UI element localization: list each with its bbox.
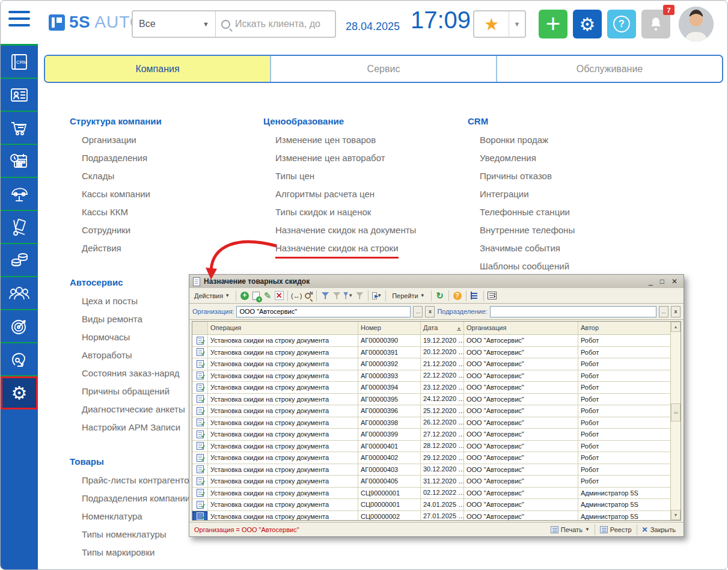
edit-button[interactable]: ✎ [263, 291, 272, 301]
set-interval-button[interactable]: (↔) [292, 291, 301, 301]
quick-add-button[interactable]: + [539, 10, 567, 38]
table-row[interactable]: Установка скидки на строку документаСЦ00… [192, 511, 670, 521]
column-header[interactable]: Организация [464, 322, 578, 334]
dept-clear-button[interactable]: x [671, 306, 681, 317]
sidebar-item-sales[interactable] [1, 112, 38, 145]
scroll-up-button[interactable]: ▲ [671, 322, 681, 332]
menu-item[interactable]: Воронки продаж [468, 133, 672, 151]
sidebar-item-clients[interactable] [1, 79, 38, 112]
favorites-dropdown[interactable]: ▼ [509, 11, 525, 37]
menu-item[interactable]: Внутренние телефоны [468, 223, 672, 241]
org-filter-input[interactable]: ООО "Автосервис" [236, 306, 411, 317]
print-button[interactable]: Печать▼ [548, 525, 593, 535]
user-avatar[interactable] [679, 7, 714, 41]
filter-menu-button[interactable]: ▼ [343, 291, 353, 301]
search-input[interactable]: Искать клиента, до [216, 11, 335, 37]
dept-lookup-button[interactable]: ... [659, 306, 668, 317]
column-header[interactable]: Операция [208, 322, 358, 334]
output-list-button[interactable]: ▼ [372, 291, 382, 301]
add-copy-button[interactable] [251, 291, 261, 301]
column-header[interactable]: Дата▲ [421, 322, 464, 334]
sidebar-item-marketing[interactable] [1, 310, 38, 343]
dept-filter-input[interactable] [490, 306, 656, 317]
org-lookup-button[interactable]: ... [413, 306, 423, 317]
menu-item[interactable]: Типы цен [263, 169, 468, 187]
menu-item[interactable]: Кассы ККМ [70, 205, 268, 223]
filter-clear-icon [356, 292, 364, 299]
menu-item[interactable]: Алгоритмы расчета цен [263, 187, 468, 205]
refresh-button[interactable]: ↻ [435, 291, 445, 301]
table-row[interactable]: Установка скидки на строку документаАГ00… [192, 347, 670, 359]
delete-button[interactable]: ✕ [274, 291, 284, 301]
scroll-down-button[interactable]: ▼ [671, 510, 681, 520]
menu-item[interactable]: Значимые события [468, 241, 672, 259]
window-close-button[interactable]: ✕ [671, 277, 678, 286]
sidebar-item-finance[interactable] [1, 244, 38, 277]
scrollbar-thumb[interactable] [671, 403, 681, 421]
window-minimize-button[interactable]: _ [649, 277, 653, 286]
table-row[interactable]: Установка скидки на строку документаАГ00… [192, 464, 670, 476]
menu-item[interactable]: Склады [70, 169, 268, 187]
table-cell: 27.01.2025 … [421, 511, 464, 521]
menu-item[interactable]: Уведомления [468, 151, 672, 169]
filter-button[interactable] [332, 291, 341, 301]
menu-item[interactable]: Подразделения [70, 151, 268, 169]
menu-item[interactable]: Организации [70, 133, 268, 151]
window-maximize-button[interactable]: □ [660, 277, 664, 286]
table-row[interactable]: Установка скидки на строку документаАГ00… [192, 335, 670, 347]
menu-item[interactable]: Телефонные станции [468, 205, 672, 223]
menu-item[interactable]: Изменение цен авторабот [263, 151, 468, 169]
sidebar-item-autoservice[interactable] [1, 178, 38, 211]
filter-clear-button[interactable] [355, 291, 364, 301]
table-row[interactable]: Установка скидки на строку документаАГ00… [192, 452, 670, 464]
menu-item[interactable]: Типы скидок и наценок [263, 205, 468, 223]
table-row[interactable]: Установка скидки на строку документаАГ00… [192, 394, 670, 406]
table-row[interactable]: Установка скидки на строку документаСЦ00… [192, 499, 670, 511]
sidebar-item-warehouse[interactable] [1, 211, 38, 244]
tree-view-button[interactable] [470, 291, 480, 301]
table-row[interactable]: Установка скидки на строку документаАГ00… [192, 441, 670, 453]
sidebar-item-settings-active[interactable]: ⚙ [1, 376, 38, 409]
find-by-number-button[interactable]: N [303, 291, 313, 301]
hamburger-menu-icon[interactable] [8, 11, 30, 29]
menu-item[interactable]: Изменение цен товаров [263, 133, 468, 151]
close-window-button[interactable]: ✕Закрыть [639, 524, 679, 535]
table-row[interactable]: Установка скидки на строку документаАГ00… [192, 429, 670, 441]
sidebar-item-support[interactable] [1, 343, 38, 376]
table-row[interactable]: Установка скидки на строку документаАГ00… [192, 417, 670, 429]
org-clear-button[interactable]: x [425, 306, 435, 317]
settings-button[interactable]: ⚙ [573, 10, 602, 38]
notifications-button[interactable]: 7 [641, 10, 670, 38]
add-button[interactable]: + [240, 291, 249, 301]
registry-button[interactable]: Реестр [597, 525, 635, 535]
menu-item[interactable]: Причины отказов [468, 169, 672, 187]
table-row[interactable]: Установка скидки на строку документаАГ00… [192, 370, 670, 382]
help-1c-button[interactable]: ? [453, 291, 462, 301]
menu-item[interactable]: Назначение скидок на строки [263, 241, 468, 259]
table-row[interactable]: Установка скидки на строку документаАГ00… [192, 476, 670, 488]
view-settings-button[interactable] [488, 291, 497, 301]
table-row[interactable]: Установка скидки на строку документаАГ00… [192, 358, 670, 370]
menu-item[interactable]: Назначение скидок на документы [263, 223, 468, 241]
column-header[interactable]: Номер [358, 322, 421, 334]
sidebar-item-team[interactable] [1, 277, 38, 310]
sidebar-item-schedule[interactable] [1, 145, 38, 178]
goto-menu-button[interactable]: Перейти▼ [390, 291, 427, 301]
column-header[interactable]: Автор [578, 322, 670, 334]
table-row[interactable]: Установка скидки на строку документаАГ00… [192, 382, 670, 394]
favorites-star-button[interactable]: ★ [474, 11, 509, 37]
filter-settings-button[interactable] [320, 291, 330, 301]
menu-item[interactable]: Интеграции [468, 187, 672, 205]
tab-service[interactable]: Сервис [271, 56, 497, 82]
menu-item[interactable]: Типы маркировки [70, 545, 268, 563]
search-scope-dropdown[interactable]: Все ▼ [133, 11, 216, 37]
tab-company[interactable]: Компания [45, 56, 271, 82]
menu-item[interactable]: Кассы компании [70, 187, 268, 205]
actions-menu-button[interactable]: Действия▼ [192, 291, 232, 301]
table-row[interactable]: Установка скидки на строку документаСЦ90… [192, 488, 670, 500]
table-row[interactable]: Установка скидки на строку документаАГ00… [192, 405, 670, 417]
tab-maintenance[interactable]: Обслуживание [497, 56, 722, 82]
help-button[interactable]: ? [607, 10, 636, 38]
sidebar-item-crm[interactable]: CRM [1, 46, 38, 79]
table-scrollbar[interactable]: ▲ ▼ [670, 322, 681, 520]
